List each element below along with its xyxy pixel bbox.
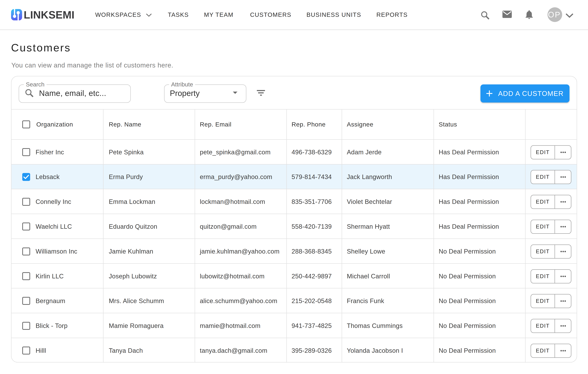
svg-text:OP: OP [548,10,561,19]
